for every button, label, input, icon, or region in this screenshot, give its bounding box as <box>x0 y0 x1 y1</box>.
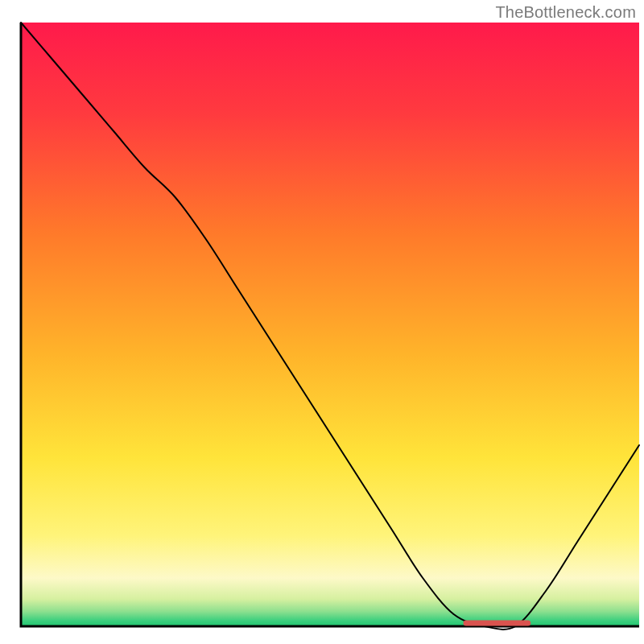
plot-background <box>21 23 639 626</box>
bottleneck-chart <box>0 0 644 644</box>
